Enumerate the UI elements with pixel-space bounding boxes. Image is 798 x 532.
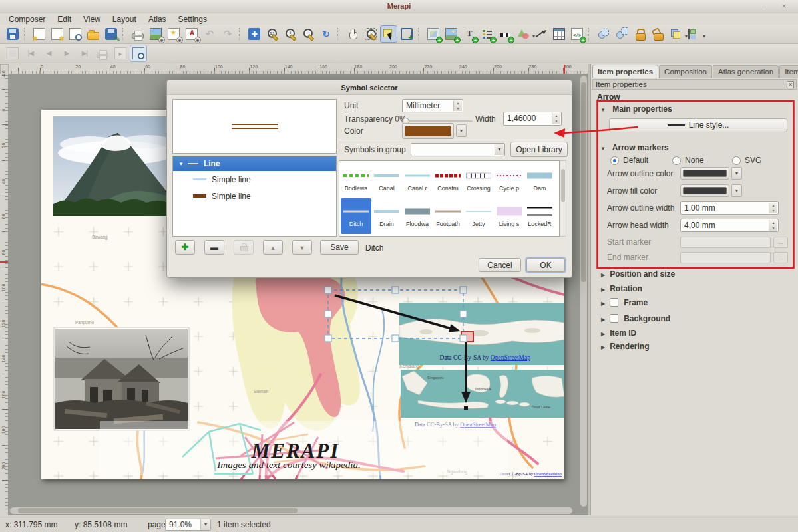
zoom-in-button[interactable] (282, 25, 299, 43)
symbol-canal-r[interactable]: Canal r (402, 162, 433, 198)
select-move-item-button[interactable] (380, 25, 397, 43)
dock-close-icon[interactable]: ✕ (787, 81, 794, 88)
atlas-settings-button[interactable] (130, 45, 147, 62)
symbol-canal[interactable]: Canal (371, 162, 402, 198)
section-rotation[interactable]: ▶Rotation (591, 284, 642, 296)
symbol-jetty[interactable]: Jetty (463, 198, 494, 234)
spinner-arrows-icon[interactable]: ▲▼ (552, 113, 560, 124)
section-rendering[interactable]: ▶Rendering (591, 342, 650, 354)
export-svg-button[interactable] (165, 25, 182, 43)
symbol-ditch[interactable]: Ditch (341, 198, 371, 234)
pan-button[interactable] (344, 25, 361, 43)
menu-view[interactable]: View (77, 14, 106, 25)
map-title-label[interactable]: MERAPI (251, 439, 340, 462)
minimize-button[interactable]: – (757, 1, 771, 11)
spinner-arrows-icon[interactable]: ▲▼ (769, 220, 777, 231)
cancel-button[interactable]: Cancel (479, 258, 521, 272)
symbol-cycle-p[interactable]: Cycle p (494, 162, 524, 198)
zoom-region-button[interactable] (362, 25, 379, 43)
expand-triangle-icon[interactable]: ▶ (601, 344, 605, 350)
add-table-button[interactable] (550, 25, 568, 43)
photo-destroyed-house[interactable] (54, 327, 189, 430)
add-label-button[interactable] (461, 25, 478, 43)
radio-svg[interactable]: SVG (732, 156, 761, 165)
move-layer-up-button[interactable]: ▲ (263, 240, 283, 255)
move-item-content-button[interactable] (398, 25, 415, 43)
radio-none[interactable]: None (672, 156, 704, 165)
section-background[interactable]: ▶Background (591, 314, 670, 326)
section-position-and-size[interactable]: ▶Position and size (591, 269, 675, 281)
symbol-dam[interactable]: Dam (524, 162, 555, 198)
arrow-markers-header[interactable]: ▼ Arrow markers (600, 143, 669, 152)
lock-items-button[interactable] (631, 25, 648, 43)
zoom-actual-button[interactable] (264, 25, 281, 43)
canvas-horizontal-scrollbar[interactable] (10, 507, 572, 514)
move-layer-down-button[interactable]: ▼ (292, 240, 312, 255)
symbol-drain[interactable]: Drain (371, 198, 402, 234)
menu-layout[interactable]: Layout (106, 14, 142, 25)
arrow-fill-color-dropdown[interactable]: ▼ (731, 184, 742, 197)
export-image-button[interactable] (147, 25, 164, 43)
ok-button[interactable]: OK (526, 258, 565, 272)
zoom-out-button[interactable] (299, 25, 317, 43)
expand-triangle-icon[interactable]: ▶ (601, 301, 605, 307)
menu-atlas[interactable]: Atlas (142, 14, 172, 25)
symbol-lockedr[interactable]: LockedR (524, 198, 555, 234)
arrow-outline-width-spinner[interactable]: 1,00 mm▲▼ (680, 201, 779, 215)
section-item-id[interactable]: ▶Item ID (591, 329, 636, 340)
menu-composer[interactable]: Composer (3, 14, 51, 25)
expand-triangle-icon[interactable]: ▶ (601, 287, 605, 293)
group-items-button[interactable] (595, 25, 612, 43)
remove-symbol-layer-button[interactable]: ▬ (204, 240, 224, 255)
arrow-fill-color-swatch[interactable] (680, 184, 729, 197)
color-swatch-button[interactable] (402, 123, 454, 139)
arrow-outline-color-dropdown[interactable]: ▼ (731, 167, 742, 180)
osm-link[interactable]: OpenStreetMap (491, 354, 530, 361)
photo-volcano[interactable] (53, 116, 175, 216)
symbol-crossing[interactable]: Crossing (463, 162, 494, 198)
save-project-button[interactable] (4, 25, 21, 43)
composition-manager-button[interactable] (67, 25, 84, 43)
close-button[interactable]: × (777, 1, 791, 11)
expand-triangle-icon[interactable]: ▶ (601, 317, 605, 323)
duplicate-composition-button[interactable] (49, 25, 66, 43)
arrow-outline-color-swatch[interactable] (680, 167, 729, 180)
new-composition-button[interactable] (31, 25, 48, 43)
open-library-button[interactable]: Open Library (510, 142, 568, 157)
chevron-down-icon[interactable]: ▼ (495, 144, 504, 155)
map-subtitle-label[interactable]: Images and text courtesy wikipedia. (216, 460, 360, 470)
chevron-down-icon[interactable]: ▼ (200, 519, 210, 530)
tab-composition[interactable]: Composition (659, 65, 712, 78)
line-style-button[interactable]: Line style... (609, 118, 787, 132)
arrow-head-width-spinner[interactable]: 4,00 mm▲▼ (680, 219, 779, 232)
raise-items-button[interactable]: ▾ (667, 25, 684, 43)
checkbox-background[interactable] (610, 314, 618, 323)
tree-item-simple-line-1[interactable]: Simple line (173, 171, 336, 188)
add-map-button[interactable] (425, 25, 442, 43)
radio-default[interactable]: Default (610, 156, 648, 165)
align-items-button[interactable]: ▾ (685, 25, 702, 43)
add-html-button[interactable] (568, 25, 586, 43)
spinner-arrows-icon[interactable]: ▲▼ (769, 203, 777, 213)
tree-item-line[interactable]: ▼ Line (173, 156, 336, 171)
inset-map-java[interactable]: Data CC-By-SA by OpenStreetMap (399, 303, 564, 365)
add-scalebar-button[interactable] (497, 25, 514, 43)
zoom-level-combo[interactable]: 91.0% ▼ (165, 519, 211, 531)
spinner-arrows-icon[interactable]: ▲▼ (453, 100, 462, 111)
symbol-bridlewa[interactable]: Bridlewa (341, 162, 371, 198)
expand-triangle-icon[interactable]: ▶ (601, 331, 605, 337)
dialog-title[interactable]: Symbol selector (167, 80, 572, 95)
section-frame[interactable]: ▶Frame (591, 298, 648, 310)
expand-triangle-icon[interactable]: ▶ (601, 272, 605, 278)
color-dropdown[interactable]: ▼ (456, 124, 467, 137)
symbol-footpath[interactable]: Footpath (433, 198, 463, 234)
inset-map-indonesia[interactable]: Singapore Indonesia Timor Leste (401, 370, 564, 418)
add-image-button[interactable] (443, 25, 460, 43)
save-as-template-button[interactable] (102, 25, 120, 43)
symbol-grid-scrollbar[interactable] (560, 160, 566, 237)
tab-item-properties[interactable]: Item properties (592, 65, 658, 78)
menu-settings[interactable]: Settings (172, 14, 213, 25)
save-symbol-button[interactable]: Save (320, 240, 359, 255)
load-template-button[interactable] (85, 25, 102, 43)
ungroup-items-button[interactable] (613, 25, 630, 43)
